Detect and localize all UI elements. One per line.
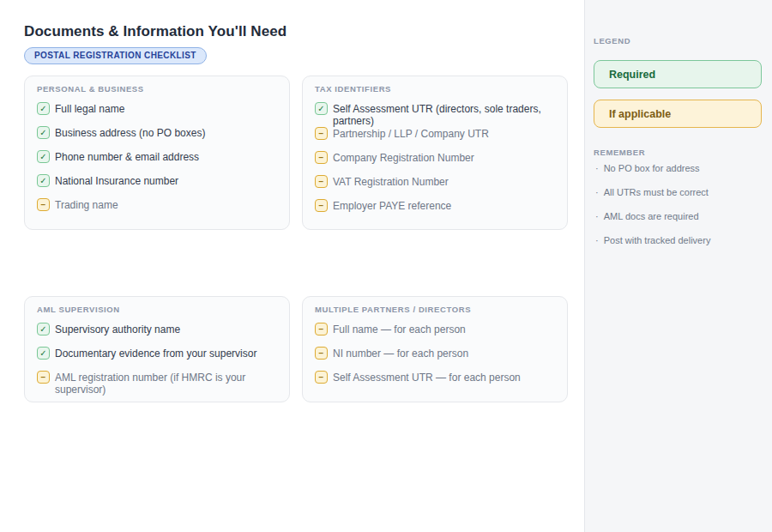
check-icon: ✓: [37, 323, 50, 336]
card-header: MULTIPLE PARTNERS / DIRECTORS: [315, 305, 556, 314]
legend-if-applicable: If applicable: [594, 100, 762, 128]
card-items: ✓ Supervisory authority name ✓ Documenta…: [37, 323, 278, 396]
remember-text: AML docs are required: [604, 211, 699, 222]
card-header: PERSONAL & BUSINESS: [37, 84, 278, 94]
checklist-item: − Trading name: [37, 198, 278, 222]
item-label: Documentary evidence from your superviso…: [55, 347, 256, 360]
checklist-item: ✓ Full legal name: [37, 102, 278, 126]
check-icon: ✓: [37, 347, 50, 360]
card-header: TAX IDENTIFIERS: [315, 84, 556, 94]
remember-item: · No PO box for address: [594, 163, 762, 187]
dash-icon: −: [315, 199, 328, 212]
item-label: National Insurance number: [55, 174, 178, 187]
remember-text: No PO box for address: [604, 163, 700, 174]
check-icon: ✓: [315, 102, 328, 115]
dash-icon: −: [315, 323, 328, 336]
checklist-item: − Self Assessment UTR — for each person: [315, 371, 556, 395]
remember-item: · AML docs are required: [594, 211, 762, 235]
checklist-item: ✓ Supervisory authority name: [37, 323, 278, 347]
check-icon: ✓: [37, 174, 50, 187]
checklist-item: − Partnership / LLP / Company UTR: [315, 127, 556, 151]
main-content: Documents & Information You'll Need POST…: [0, 0, 584, 532]
dash-icon: −: [315, 347, 328, 360]
checklist-item: ✓ National Insurance number: [37, 174, 278, 198]
dash-icon: −: [315, 151, 328, 164]
remember-item: · All UTRs must be correct: [594, 187, 762, 211]
remember-header: REMEMBER: [594, 148, 762, 157]
checklist-item: ✓ Phone number & email address: [37, 150, 278, 174]
card-items: ✓ Full legal name ✓ Business address (no…: [37, 102, 278, 222]
check-icon: ✓: [37, 150, 50, 163]
item-label: NI number — for each person: [333, 347, 468, 360]
checklist-item: − AML registration number (if HMRC is yo…: [37, 371, 278, 396]
remember-text: All UTRs must be correct: [604, 187, 709, 198]
checklist-badge: POSTAL REGISTRATION CHECKLIST: [24, 47, 207, 64]
dash-icon: −: [37, 198, 50, 211]
checklist-card: MULTIPLE PARTNERS / DIRECTORS − Full nam…: [302, 296, 568, 402]
bullet-icon: ·: [595, 211, 599, 222]
checklist-item: ✓ Self Assessment UTR (directors, sole t…: [315, 102, 556, 127]
item-label: Business address (no PO boxes): [55, 126, 205, 139]
checklist-item: − Company Registration Number: [315, 151, 556, 175]
dash-icon: −: [37, 371, 50, 384]
checklist-item: − NI number — for each person: [315, 347, 556, 371]
item-label: Company Registration Number: [333, 151, 474, 164]
dash-icon: −: [315, 371, 328, 384]
card-header: AML SUPERVISION: [37, 305, 278, 314]
dash-icon: −: [315, 175, 328, 188]
item-label: Supervisory authority name: [55, 323, 180, 336]
card-items: − Full name — for each person − NI numbe…: [315, 323, 556, 395]
legend-required: Required: [594, 60, 762, 88]
item-label: Partnership / LLP / Company UTR: [333, 127, 489, 140]
checklist-item: − Employer PAYE reference: [315, 199, 556, 223]
checklist-item: ✓ Business address (no PO boxes): [37, 126, 278, 150]
checklist-card: PERSONAL & BUSINESS ✓ Full legal name ✓ …: [24, 76, 290, 230]
page-title: Documents & Information You'll Need: [24, 24, 568, 39]
remember-item: · Post with tracked delivery: [594, 235, 762, 259]
card-items: ✓ Self Assessment UTR (directors, sole t…: [315, 102, 556, 223]
checklist-item: − VAT Registration Number: [315, 175, 556, 199]
item-label: Full name — for each person: [333, 323, 466, 336]
checklist-card: AML SUPERVISION ✓ Supervisory authority …: [24, 296, 290, 402]
checklist-grid: PERSONAL & BUSINESS ✓ Full legal name ✓ …: [24, 76, 568, 402]
bullet-icon: ·: [595, 235, 599, 246]
checklist-item: ✓ Documentary evidence from your supervi…: [37, 347, 278, 371]
checklist-item: − Full name — for each person: [315, 323, 556, 347]
item-label: Employer PAYE reference: [333, 199, 451, 212]
item-label: Phone number & email address: [55, 150, 199, 163]
item-label: AML registration number (if HMRC is your…: [55, 371, 278, 396]
bullet-icon: ·: [595, 187, 599, 198]
checklist-card: TAX IDENTIFIERS ✓ Self Assessment UTR (d…: [302, 76, 568, 230]
legend-sidebar: LEGEND Required If applicable REMEMBER ·…: [584, 0, 772, 532]
bullet-icon: ·: [595, 163, 599, 174]
check-icon: ✓: [37, 126, 50, 139]
item-label: VAT Registration Number: [333, 175, 449, 188]
remember-list: · No PO box for address · All UTRs must …: [594, 163, 762, 259]
remember-text: Post with tracked delivery: [604, 235, 711, 246]
item-label: Full legal name: [55, 102, 124, 115]
item-label: Self Assessment UTR (directors, sole tra…: [333, 102, 556, 127]
item-label: Trading name: [55, 198, 118, 211]
dash-icon: −: [315, 127, 328, 140]
item-label: Self Assessment UTR — for each person: [333, 371, 521, 384]
check-icon: ✓: [37, 102, 50, 115]
legend-header: LEGEND: [594, 36, 762, 45]
